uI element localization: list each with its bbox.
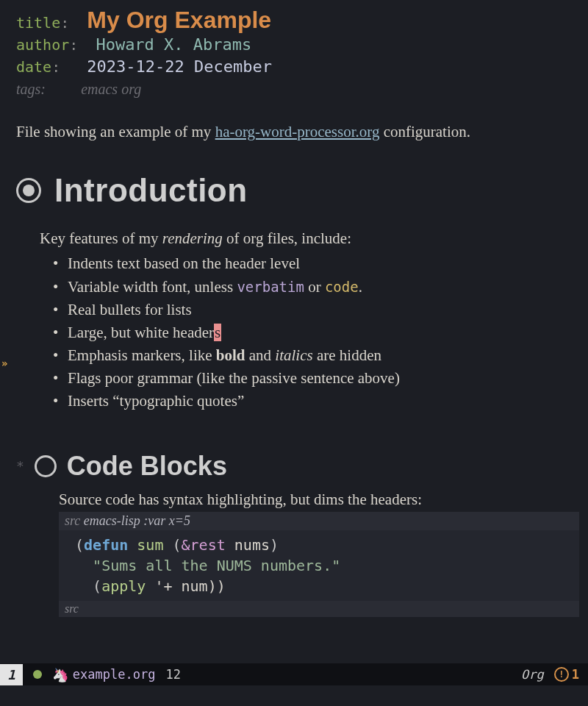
heading-star-icon: * [16, 458, 24, 474]
flycheck-errors[interactable]: ! 1 [554, 667, 579, 682]
minibuffer[interactable] [0, 685, 588, 706]
src-intro-text: Source code has syntax highlighting, but… [59, 491, 579, 509]
fringe-indicator-icon: » [1, 357, 7, 369]
heading-bullet-open-icon [35, 455, 57, 477]
src-block-body[interactable]: (defun sum (&rest nums) "Sums all the NU… [59, 530, 579, 601]
meta-title-line[interactable]: title: My Org Example [16, 9, 579, 34]
heading-2[interactable]: * Code Blocks [16, 451, 579, 482]
author-keyword: author [16, 36, 69, 54]
date-keyword: date [16, 58, 51, 76]
buffer-filename[interactable]: example.org [73, 667, 156, 682]
list-item[interactable]: Real bullets for lists [53, 299, 579, 321]
line-number: 12 [165, 667, 180, 682]
modified-indicator-icon [33, 670, 42, 679]
document-title: My Org Example [87, 7, 271, 33]
list-item[interactable]: Inserts “typographic quotes” [53, 390, 579, 413]
features-lead: Key features of my rendering of org file… [40, 229, 579, 248]
unicorn-icon: 🦄 [52, 667, 68, 682]
text-cursor: s [214, 324, 221, 341]
buffer-area[interactable]: title: My Org Example author: Howard X. … [16, 9, 579, 617]
date-value: 2023-12-22 December [87, 57, 272, 76]
list-item[interactable]: Large, but white headers [53, 321, 579, 344]
features-list: Indents text based on the header level V… [53, 252, 579, 413]
window-number[interactable]: 1 [0, 664, 23, 685]
author-value: Howard X. Abrams [96, 35, 251, 54]
heading-1-text: Introduction [54, 172, 248, 209]
tags-keyword: tags: [16, 81, 46, 97]
title-keyword: title [16, 14, 60, 32]
section-1-body[interactable]: Key features of my rendering of org file… [40, 229, 579, 413]
list-item[interactable]: Variable width font, unless verbatim or … [53, 276, 579, 299]
major-mode[interactable]: Org [521, 667, 544, 682]
config-link[interactable]: ha-org-word-processor.org [215, 123, 380, 140]
list-item[interactable]: Flags poor grammar (like the passive sen… [53, 367, 579, 390]
list-item[interactable]: Indents text based on the header level [53, 252, 579, 275]
heading-bullet-icon [16, 178, 41, 203]
heading-2-text: Code Blocks [67, 451, 227, 482]
modeline[interactable]: 1 🦄 example.org 12 Org ! 1 [0, 663, 588, 685]
meta-tags-line[interactable]: tags: emacs org [16, 78, 579, 100]
list-item[interactable]: Emphasis markers, like bold and italics … [53, 344, 579, 367]
section-2-body[interactable]: Source code has syntax highlighting, but… [59, 491, 579, 617]
gutter: » [0, 0, 13, 666]
editor-window: » title: My Org Example author: Howard X… [0, 0, 588, 706]
warning-icon: ! [554, 667, 569, 682]
meta-author-line[interactable]: author: Howard X. Abrams [16, 34, 579, 56]
tags-value: emacs org [81, 81, 141, 97]
heading-1[interactable]: Introduction [16, 172, 579, 209]
src-block-header[interactable]: src emacs-lisp :var x=5 [59, 512, 579, 530]
meta-date-line[interactable]: date: 2023-12-22 December [16, 56, 579, 78]
intro-paragraph[interactable]: File showing an example of my ha-org-wor… [16, 121, 579, 143]
src-block-footer[interactable]: src [59, 601, 579, 617]
